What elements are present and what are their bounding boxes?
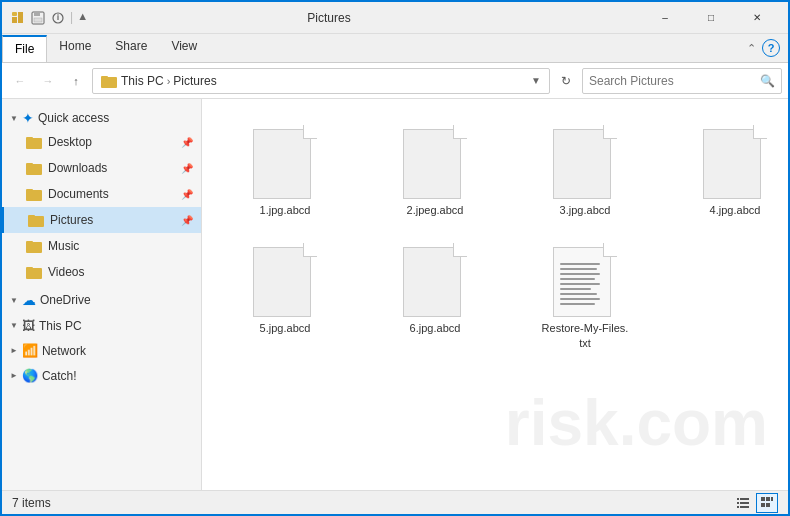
- close-button[interactable]: ✕: [734, 2, 780, 34]
- sidebar: ▼ ✦ Quick access Desktop 📌: [2, 99, 202, 490]
- thispc-arrow: ▼: [10, 321, 18, 330]
- thispc-label: This PC: [39, 319, 82, 333]
- thispc-icon: 🖼: [22, 318, 35, 333]
- svg-rect-33: [766, 503, 770, 507]
- svg-rect-27: [737, 506, 739, 508]
- file-item-0[interactable]: 1.jpg.abcd: [220, 117, 350, 225]
- onedrive-arrow: ▼: [10, 296, 18, 305]
- sidebar-item-desktop-label: Desktop: [48, 135, 92, 149]
- downloads-folder-icon: [26, 160, 42, 176]
- thispc-header[interactable]: ▼ 🖼 This PC: [2, 315, 201, 336]
- main-area: ▼ ✦ Quick access Desktop 📌: [2, 99, 788, 490]
- window-title: Pictures: [16, 11, 642, 25]
- file-area: risk.com 1.jpg.abcd 2.jpeg.ab: [202, 99, 788, 490]
- help-btn[interactable]: ?: [762, 39, 780, 57]
- pictures-folder-icon: [28, 212, 44, 228]
- onedrive-section: ▼ ☁ OneDrive: [2, 289, 201, 311]
- refresh-button[interactable]: ↻: [554, 69, 578, 93]
- network-arrow: ►: [10, 346, 18, 355]
- sidebar-item-downloads[interactable]: Downloads 📌: [2, 155, 201, 181]
- file-item-3[interactable]: 4.jpg.abcd: [670, 117, 788, 225]
- maximize-button[interactable]: □: [688, 2, 734, 34]
- desktop-pin-icon: 📌: [181, 137, 193, 148]
- minimize-button[interactable]: –: [642, 2, 688, 34]
- tab-view[interactable]: View: [159, 34, 209, 62]
- forward-button[interactable]: →: [36, 69, 60, 93]
- sidebar-item-documents-label: Documents: [48, 187, 109, 201]
- videos-folder-icon: [26, 264, 42, 280]
- onedrive-icon: ☁: [22, 292, 36, 308]
- watermark: risk.com: [505, 386, 768, 460]
- svg-rect-12: [26, 137, 33, 140]
- catch-header[interactable]: ► 🌎 Catch!: [2, 365, 201, 386]
- svg-rect-10: [101, 76, 108, 79]
- file-icon-3: [703, 125, 767, 199]
- ribbon-collapse-btn[interactable]: ⌃: [747, 42, 756, 55]
- svg-rect-14: [26, 163, 33, 166]
- desktop-folder-icon: [26, 134, 42, 150]
- large-icon-view-btn[interactable]: [756, 493, 778, 513]
- search-input[interactable]: [589, 74, 760, 88]
- path-segment-pictures[interactable]: Pictures: [173, 74, 216, 88]
- explorer-window: | ▲ Pictures – □ ✕ File Home Share View …: [0, 0, 790, 516]
- search-box[interactable]: 🔍: [582, 68, 782, 94]
- ribbon-tabs: File Home Share View ⌃ ?: [2, 34, 788, 62]
- file-item-1[interactable]: 2.jpeg.abcd: [370, 117, 500, 225]
- sidebar-item-pictures-label: Pictures: [50, 213, 93, 227]
- files-grid: 1.jpg.abcd 2.jpeg.abcd 3.jpg: [212, 109, 778, 366]
- ribbon: File Home Share View ⌃ ?: [2, 34, 788, 63]
- sidebar-item-music[interactable]: Music: [2, 233, 201, 259]
- tab-file[interactable]: File: [2, 35, 47, 62]
- view-controls: [732, 493, 778, 513]
- list-view-btn[interactable]: [732, 493, 754, 513]
- file-icon-5: [403, 243, 467, 317]
- file-item-5[interactable]: 6.jpg.abcd: [370, 235, 500, 358]
- sidebar-item-desktop[interactable]: Desktop 📌: [2, 129, 201, 155]
- tab-share[interactable]: Share: [103, 34, 159, 62]
- file-item-2[interactable]: 3.jpg.abcd: [520, 117, 650, 225]
- svg-rect-31: [771, 497, 773, 501]
- file-name-0: 1.jpg.abcd: [260, 203, 311, 217]
- path-segment-thispc[interactable]: This PC: [121, 74, 164, 88]
- up-button[interactable]: ↑: [64, 69, 88, 93]
- svg-rect-16: [26, 189, 33, 192]
- pictures-pin-icon: 📌: [181, 215, 193, 226]
- path-sep-1: ›: [167, 75, 171, 87]
- svg-rect-30: [766, 497, 770, 501]
- downloads-pin-icon: 📌: [181, 163, 193, 174]
- address-path[interactable]: This PC › Pictures ▼: [92, 68, 550, 94]
- path-dropdown-btn[interactable]: ▼: [531, 75, 541, 86]
- back-button[interactable]: ←: [8, 69, 32, 93]
- file-item-4[interactable]: 5.jpg.abcd: [220, 235, 350, 358]
- svg-rect-18: [28, 215, 35, 218]
- svg-rect-23: [737, 498, 739, 500]
- documents-pin-icon: 📌: [181, 189, 193, 200]
- sidebar-item-pictures[interactable]: Pictures 📌: [2, 207, 201, 233]
- sidebar-item-documents[interactable]: Documents 📌: [2, 181, 201, 207]
- onedrive-header[interactable]: ▼ ☁ OneDrive: [2, 289, 201, 311]
- file-item-6[interactable]: Restore-My-Files.txt: [520, 235, 650, 358]
- file-name-2: 3.jpg.abcd: [560, 203, 611, 217]
- svg-rect-28: [740, 506, 749, 508]
- sidebar-item-videos[interactable]: Videos: [2, 259, 201, 285]
- title-bar: | ▲ Pictures – □ ✕: [2, 2, 788, 34]
- file-icon-4: [253, 243, 317, 317]
- network-header[interactable]: ► 📶 Network: [2, 340, 201, 361]
- music-folder-icon: [26, 238, 42, 254]
- file-icon-2: [553, 125, 617, 199]
- svg-rect-20: [26, 241, 33, 244]
- catch-label: Catch!: [42, 369, 77, 383]
- file-icon-0: [253, 125, 317, 199]
- search-icon[interactable]: 🔍: [760, 74, 775, 88]
- svg-rect-29: [761, 497, 765, 501]
- quick-access-header[interactable]: ▼ ✦ Quick access: [2, 107, 201, 129]
- item-count: 7 items: [12, 496, 51, 510]
- window-controls: – □ ✕: [642, 2, 780, 34]
- tab-home[interactable]: Home: [47, 34, 103, 62]
- quick-access-label: Quick access: [38, 111, 109, 125]
- file-icon-6: [553, 243, 617, 317]
- quick-access-arrow: ▼: [10, 114, 18, 123]
- file-name-6: Restore-My-Files.txt: [542, 321, 629, 350]
- svg-rect-26: [740, 502, 749, 504]
- sidebar-item-videos-label: Videos: [48, 265, 84, 279]
